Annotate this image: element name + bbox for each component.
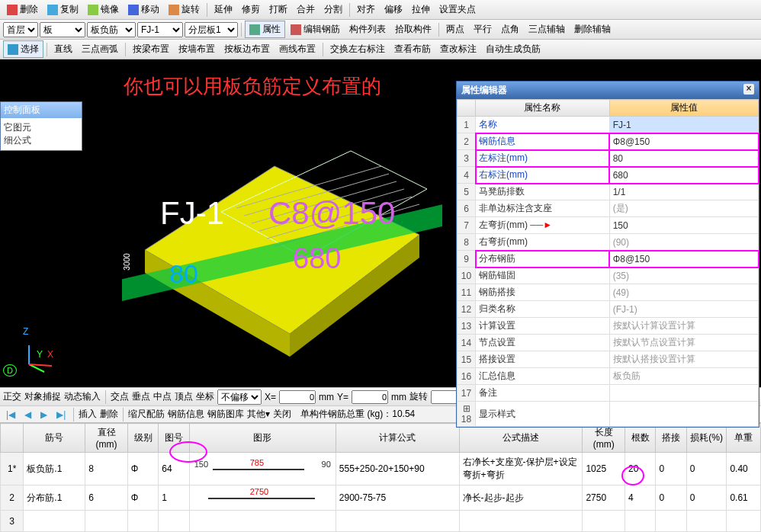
btn-pickmember[interactable]: 拾取构件	[391, 21, 435, 37]
btn-dyninput[interactable]: 动态输入	[64, 390, 101, 403]
btn-align[interactable]: 对齐	[353, 2, 379, 18]
btn-bybeam[interactable]: 按梁布置	[129, 41, 173, 57]
prop-name[interactable]: 马凳筋排数	[476, 184, 610, 200]
btn-checkanno[interactable]: 查改标注	[436, 41, 480, 57]
btn-editbar[interactable]: 编辑钢筋	[287, 21, 344, 37]
btn-autogen[interactable]: 自动生成负筋	[482, 41, 544, 57]
prop-name[interactable]: 备注	[476, 385, 610, 402]
close-icon[interactable]: ×	[743, 84, 754, 95]
prop-value[interactable]: (90)	[609, 234, 758, 251]
btn-mirror[interactable]: 镜像	[84, 2, 123, 18]
btn-byslab[interactable]: 按板边布置	[220, 41, 274, 57]
btn-drawline[interactable]: 画线布置	[275, 41, 319, 57]
viewport-3d[interactable]: 你也可以用板负筋定义布置的 FJ-1 C8@150 80 680 3000 控制…	[0, 59, 761, 387]
prop-name[interactable]: 非单边标注含支座	[476, 200, 610, 217]
btn-memberlist[interactable]: 构件列表	[345, 21, 390, 37]
control-panel[interactable]: 控制面板 它图元细公式	[0, 101, 82, 151]
property-editor[interactable]: 属性编辑器 × 属性名称属性值 1 名称 FJ-12 钢筋信息 Φ8@1503 …	[456, 81, 759, 428]
prop-value[interactable]: Φ8@150	[609, 251, 758, 268]
grid-row[interactable]: 1* 板负筋.18Φ64 150 785 90 555+250-20+150+9…	[1, 453, 761, 486]
prop-name[interactable]: 节点设置	[476, 335, 610, 351]
prop-name[interactable]: 归类名称	[476, 301, 610, 318]
prop-value[interactable]: 680	[609, 167, 758, 184]
nav-next[interactable]: ▶	[37, 408, 50, 421]
floor-select[interactable]: 首层	[3, 22, 38, 37]
btn-move[interactable]: 移动	[124, 2, 163, 18]
btn-parallel[interactable]: 平行	[470, 21, 496, 37]
btn-trim[interactable]: 修剪	[238, 2, 264, 18]
btn-mid[interactable]: 中点	[153, 390, 172, 403]
btn-stretch[interactable]: 拉伸	[408, 2, 434, 18]
prop-name[interactable]: 显示样式	[476, 402, 610, 427]
input-y[interactable]	[352, 390, 388, 404]
btn-delete[interactable]: 删除	[3, 2, 42, 18]
grid-row[interactable]: 2 分布筋.16Φ1 2750 2900-75-75净长-起步-起步2750 4…	[1, 486, 761, 511]
prop-value[interactable]	[609, 385, 758, 402]
btn-coord[interactable]: 坐标	[196, 390, 214, 403]
prop-value[interactable]: 150	[609, 217, 758, 234]
btn-other[interactable]: 其他▾	[247, 408, 270, 421]
btn-ptangle[interactable]: 点角	[497, 21, 523, 37]
prop-name[interactable]: 汇总信息	[476, 368, 610, 385]
btn-arc[interactable]: 三点画弧	[78, 41, 122, 57]
prop-value[interactable]: (49)	[609, 284, 758, 301]
nav-prev[interactable]: ◀	[21, 408, 34, 421]
btn-close[interactable]: 关闭	[273, 408, 291, 421]
input-x[interactable]	[279, 390, 316, 404]
prop-value[interactable]: Φ8@150	[609, 133, 758, 150]
prop-name[interactable]: 右标注(mm)	[476, 167, 610, 184]
btn-delaxis[interactable]: 删除辅轴	[570, 21, 615, 37]
prop-value[interactable]: FJ-1	[609, 117, 758, 133]
prop-name[interactable]: 计算设置	[476, 318, 610, 335]
btn-split[interactable]: 分割	[320, 2, 346, 18]
prop-value[interactable]: (是)	[609, 200, 758, 217]
prop-value[interactable]: 按默认搭接设置计算	[609, 351, 758, 368]
layer-select[interactable]: 分层板1	[185, 22, 238, 37]
btn-insert[interactable]: 插入	[79, 408, 97, 421]
prop-value[interactable]	[609, 402, 758, 427]
prop-value[interactable]: 按默认计算设置计算	[609, 318, 758, 335]
prop-name[interactable]: 名称	[476, 117, 610, 133]
prop-name[interactable]: 左标注(mm)	[476, 150, 610, 167]
prop-name[interactable]: 右弯折(mm)	[476, 234, 610, 251]
rebar-grid[interactable]: 筋号 直径(mm) 级别 图号 图形 计算公式 公式描述 长度(mm) 根数 搭…	[0, 422, 761, 532]
nav-last[interactable]: ▶|	[53, 408, 69, 421]
btn-apex[interactable]: 顶点	[175, 390, 193, 403]
prop-name[interactable]: 左弯折(mm) ──►	[476, 217, 610, 234]
btn-line[interactable]: 直线	[50, 41, 76, 57]
prop-value[interactable]: (35)	[609, 268, 758, 284]
btn-delete2[interactable]: 删除	[100, 408, 118, 421]
btn-merge[interactable]: 合并	[293, 2, 319, 18]
prop-name[interactable]: 钢筋锚固	[476, 268, 610, 284]
btn-osnap[interactable]: 对象捕捉	[24, 390, 61, 403]
btn-viewbar[interactable]: 查看布筋	[390, 41, 435, 57]
btn-extend[interactable]: 延伸	[210, 2, 236, 18]
btn-perp[interactable]: 垂点	[132, 390, 150, 403]
property-table[interactable]: 属性名称属性值 1 名称 FJ-12 钢筋信息 Φ8@1503 左标注(mm) …	[457, 99, 759, 427]
prop-value[interactable]: (FJ-1)	[609, 301, 758, 318]
grid-row[interactable]: 3	[1, 511, 761, 532]
btn-barlib[interactable]: 钢筋图库	[207, 408, 244, 421]
btn-rotate[interactable]: 旋转	[165, 2, 204, 18]
prop-value[interactable]: 按默认节点设置计算	[609, 335, 758, 351]
prop-name[interactable]: 分布钢筋	[476, 251, 610, 268]
btn-scale[interactable]: 缩尺配筋	[128, 408, 165, 421]
btn-setorigin[interactable]: 设置夹点	[435, 2, 480, 18]
btn-select[interactable]: 选择	[3, 40, 43, 58]
btn-threeaxis[interactable]: 三点辅轴	[525, 21, 569, 37]
btn-ortho[interactable]: 正交	[3, 390, 21, 403]
btn-copy[interactable]: 复制	[43, 2, 82, 18]
btn-twopt[interactable]: 两点	[442, 21, 468, 37]
btn-attr[interactable]: 属性	[245, 21, 285, 38]
prop-value[interactable]: 板负筋	[609, 368, 758, 385]
btn-break[interactable]: 打断	[265, 2, 291, 18]
prop-value[interactable]: 80	[609, 150, 758, 167]
btn-barinfo[interactable]: 钢筋信息	[168, 408, 204, 421]
nav-first[interactable]: |◀	[3, 408, 18, 421]
prop-name[interactable]: 搭接设置	[476, 351, 610, 368]
btn-swaplabel[interactable]: 交换左右标注	[326, 41, 389, 57]
type-select[interactable]: 板	[40, 22, 85, 37]
prop-name[interactable]: 钢筋搭接	[476, 284, 610, 301]
btn-cross[interactable]: 交点	[111, 390, 129, 403]
btn-bywall[interactable]: 按墙布置	[175, 41, 219, 57]
